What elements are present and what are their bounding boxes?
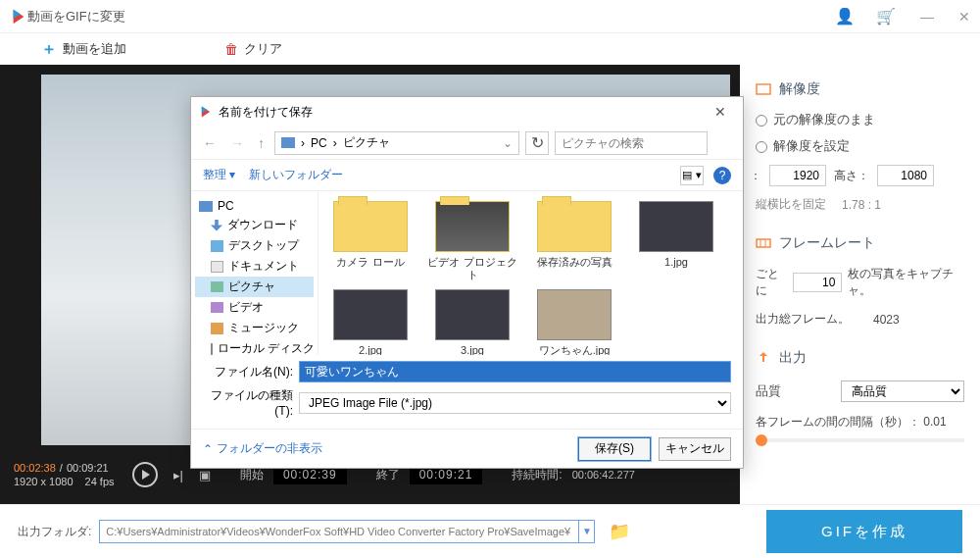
save-button[interactable]: 保存(S) — [578, 437, 651, 461]
fps-text: 24 fps — [85, 476, 115, 487]
cancel-button[interactable]: キャンセル — [659, 437, 731, 461]
ratio-value: 1.78 : 1 — [842, 198, 881, 212]
up-button[interactable]: ↑ — [254, 135, 269, 151]
tree-documents[interactable]: ドキュメント — [195, 256, 314, 277]
capture-interval-input[interactable] — [793, 273, 842, 292]
app-logo-icon — [10, 8, 27, 25]
close-button[interactable]: ✕ — [958, 9, 970, 25]
output-icon — [756, 350, 771, 366]
play-icon — [142, 470, 150, 480]
output-title: 出力 — [756, 349, 964, 367]
titlebar: 動画をGIFに変更 👤 🛒 — ✕ — [0, 0, 980, 33]
disk-icon — [211, 343, 213, 355]
quality-select[interactable]: 高品質 — [841, 380, 964, 402]
folder-icon — [537, 201, 612, 252]
filetype-select[interactable]: JPEG Image File (*.jpg) — [299, 392, 731, 414]
filename-input[interactable] — [299, 361, 731, 382]
duration-value: 00:06:42.277 — [572, 469, 635, 481]
resolution-text: 1920 x 1080 — [14, 476, 74, 487]
dialog-body: PC ダウンロード デスクトップ ドキュメント ピクチャ ビデオ ミュージック … — [191, 191, 743, 355]
dialog-toolbar: 整理 ▾ 新しいフォルダー ▤ ▾ ? — [191, 160, 743, 191]
minimize-button[interactable]: — — [920, 9, 934, 25]
pc-icon — [199, 201, 213, 212]
tree-pictures[interactable]: ピクチャ — [195, 277, 314, 297]
tree-downloads[interactable]: ダウンロード — [195, 215, 314, 235]
image-thumb — [435, 289, 510, 340]
breadcrumb[interactable]: › PC › ピクチャ ⌄ — [274, 131, 519, 155]
tree-desktop[interactable]: デスクトップ — [195, 235, 314, 256]
cart-icon[interactable]: 🛒 — [876, 7, 896, 25]
current-time: 00:02:38 — [14, 462, 56, 474]
browse-folder-icon[interactable]: 📁 — [609, 521, 630, 542]
radio-icon — [756, 115, 767, 127]
file-item[interactable]: 1.jpg — [630, 201, 722, 281]
folder-icon — [333, 201, 408, 252]
view-mode-button[interactable]: ▤ ▾ — [680, 166, 704, 185]
tree-disk-c[interactable]: ローカル ディスク (C — [195, 338, 314, 355]
download-icon — [211, 220, 222, 231]
dialog-titlebar: 名前を付けて保存 ✕ — [191, 97, 743, 127]
pictures-icon — [211, 281, 223, 292]
interval-slider[interactable] — [756, 438, 964, 442]
filename-label: ファイル名(N): — [203, 364, 293, 380]
forward-button[interactable]: → — [226, 135, 248, 151]
interval-label: 各フレームの間の間隔（秒）： — [756, 415, 920, 429]
file-grid: カメラ ロール ビデオ プロジェクト 保存済みの写真 1.jpg 2.jpg 3… — [318, 191, 743, 355]
radio-icon — [756, 141, 767, 153]
dialog-close-button[interactable]: ✕ — [706, 104, 735, 120]
lock-ratio-label: 縦横比を固定 — [756, 196, 826, 213]
framerate-icon — [756, 235, 771, 251]
file-item[interactable]: 3.jpg — [426, 289, 518, 355]
framerate-title: フレームレート — [756, 234, 964, 252]
desktop-icon — [211, 240, 223, 252]
tree-pc[interactable]: PC — [195, 197, 314, 215]
clear-button[interactable]: 🗑 クリア — [224, 40, 282, 58]
svg-rect-2 — [757, 84, 770, 94]
create-gif-button[interactable]: GIFを作成 — [766, 510, 962, 553]
bottom-bar: 出力フォルダ: ▼ 📁 GIFを作成 — [0, 504, 980, 558]
refresh-button[interactable]: ↻ — [525, 131, 549, 155]
interval-value: 0.01 — [923, 415, 946, 429]
width-input[interactable] — [769, 165, 826, 186]
snapshot-icon[interactable]: ▣ — [199, 468, 211, 482]
total-frames-label: 出力総フレーム。 — [756, 311, 850, 328]
start-label: 開始 — [240, 467, 264, 483]
user-icon[interactable]: 👤 — [835, 7, 855, 25]
file-item[interactable]: ワンちゃん.jpg — [528, 289, 620, 355]
path-dropdown[interactable]: ▼ — [579, 520, 595, 543]
set-resolution-radio[interactable]: 解像度を設定 — [756, 138, 964, 155]
add-video-button[interactable]: ＋ 動画を追加 — [41, 39, 126, 60]
output-path-input[interactable] — [99, 520, 579, 543]
document-icon — [211, 261, 223, 273]
app-logo-icon — [199, 105, 213, 119]
pc-icon — [281, 137, 295, 148]
height-input[interactable] — [877, 165, 934, 186]
music-icon — [211, 323, 223, 334]
keep-resolution-radio[interactable]: 元の解像度のまま — [756, 112, 964, 128]
videos-icon — [211, 302, 223, 313]
folder-item[interactable]: ビデオ プロジェクト — [426, 201, 518, 281]
image-thumb — [333, 289, 408, 340]
dialog-nav: ← → ↑ › PC › ピクチャ ⌄ ↻ — [191, 127, 743, 160]
quality-label: 品質 — [756, 383, 781, 400]
tree-music[interactable]: ミュージック — [195, 318, 314, 338]
play-button[interactable] — [132, 462, 158, 487]
window-title: 動画をGIFに変更 — [27, 8, 835, 25]
file-item[interactable]: 2.jpg — [324, 289, 416, 355]
hide-folders-toggle[interactable]: ⌃フォルダーの非表示 — [203, 440, 322, 457]
save-dialog: 名前を付けて保存 ✕ ← → ↑ › PC › ピクチャ ⌄ ↻ 整理 ▾ 新し… — [190, 96, 744, 469]
plus-icon: ＋ — [41, 39, 57, 60]
tree-videos[interactable]: ビデオ — [195, 297, 314, 318]
folder-item[interactable]: 保存済みの写真 — [528, 201, 620, 281]
dialog-fields: ファイル名(N): ファイルの種類(T): JPEG Image File (*… — [191, 355, 743, 429]
skip-start-icon[interactable]: ▸| — [173, 468, 183, 482]
organize-menu[interactable]: 整理 ▾ — [203, 167, 235, 183]
help-icon[interactable]: ? — [713, 167, 731, 184]
search-input[interactable] — [555, 131, 708, 155]
new-folder-button[interactable]: 新しいフォルダー — [249, 167, 343, 183]
output-folder-label: 出力フォルダ: — [18, 524, 91, 540]
filetype-label: ファイルの種類(T): — [203, 387, 293, 418]
back-button[interactable]: ← — [199, 135, 220, 151]
slider-thumb[interactable] — [756, 434, 767, 446]
folder-item[interactable]: カメラ ロール — [324, 201, 416, 281]
